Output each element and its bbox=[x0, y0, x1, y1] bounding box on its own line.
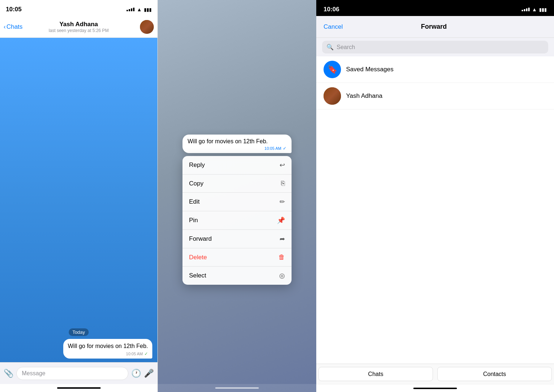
yash-avatar bbox=[324, 87, 341, 105]
edit-icon: ✏ bbox=[280, 198, 285, 206]
status-bar-3: 10:06 ▲ ▮▮▮ bbox=[316, 0, 554, 16]
popup-message-time: 10:05 AM bbox=[265, 146, 281, 151]
context-item-pin[interactable]: Pin 📌 bbox=[182, 211, 292, 230]
message-time-1: 10:05 AM bbox=[126, 352, 143, 356]
context-item-select-label: Select bbox=[189, 272, 206, 279]
popup-message-text: Will go for movies on 12th Feb. bbox=[188, 138, 286, 145]
yash-name: Yash Adhana bbox=[346, 92, 382, 100]
nav-bar-1: ‹ Chats Yash Adhana last seen yesterday … bbox=[0, 16, 157, 38]
context-item-copy[interactable]: Copy ⎘ bbox=[182, 175, 292, 193]
popup-message-meta: 10:05 AM ✓ bbox=[188, 146, 286, 151]
home-indicator-1 bbox=[0, 384, 157, 392]
status-icons-3: ▲ ▮▮▮ bbox=[522, 7, 547, 12]
bookmark-icon: 🔖 bbox=[328, 65, 337, 74]
status-time-1: 10:05 bbox=[6, 6, 21, 13]
context-item-copy-label: Copy bbox=[189, 180, 204, 187]
search-input-container[interactable]: 🔍 Search bbox=[322, 41, 548, 53]
context-item-delete[interactable]: Delete 🗑 bbox=[182, 248, 292, 267]
saved-messages-avatar: 🔖 bbox=[324, 61, 341, 78]
home-bar-1 bbox=[57, 387, 101, 389]
forward-icon: ➦ bbox=[280, 235, 285, 243]
popup-message-bubble: Will go for movies on 12th Feb. 10:05 AM… bbox=[182, 135, 292, 153]
forward-title: Forward bbox=[421, 23, 447, 31]
back-button[interactable]: ‹ Chats bbox=[4, 23, 23, 31]
nav-center: Yash Adhana last seen yesterday at 5:26 … bbox=[49, 21, 109, 33]
pin-icon: 📌 bbox=[277, 216, 285, 224]
yash-avatar-image bbox=[324, 87, 341, 105]
battery-icon-1: ▮▮▮ bbox=[144, 7, 152, 12]
mic-icon[interactable]: 🎤 bbox=[144, 369, 154, 378]
forward-nav: Cancel Forward bbox=[316, 16, 554, 38]
search-bar: 🔍 Search bbox=[316, 38, 554, 56]
home-bar-2 bbox=[215, 387, 259, 389]
status-time-3: 10:06 bbox=[324, 6, 339, 13]
date-badge: Today bbox=[69, 328, 89, 336]
context-item-select[interactable]: Select ◎ bbox=[182, 267, 292, 285]
home-indicator-2 bbox=[158, 384, 316, 392]
context-item-reply-label: Reply bbox=[189, 161, 205, 169]
tab-chats-label: Chats bbox=[368, 371, 384, 377]
contact-name-1: Yash Adhana bbox=[49, 21, 109, 28]
message-text-1: Will go for movies on 12th Feb. bbox=[68, 343, 148, 350]
battery-icon-3: ▮▮▮ bbox=[539, 7, 547, 12]
home-indicator-3 bbox=[316, 384, 554, 392]
message-placeholder: Message bbox=[22, 370, 45, 376]
contact-saved-messages[interactable]: 🔖 Saved Messages bbox=[316, 56, 554, 83]
reply-icon: ↩ bbox=[280, 161, 285, 169]
context-item-edit[interactable]: Edit ✏ bbox=[182, 193, 292, 211]
context-item-forward[interactable]: Forward ➦ bbox=[182, 230, 292, 248]
message-input[interactable]: Message bbox=[16, 367, 128, 380]
context-item-forward-label: Forward bbox=[189, 235, 212, 243]
back-label: Chats bbox=[7, 23, 23, 31]
copy-icon: ⎘ bbox=[281, 180, 285, 187]
message-bubble[interactable]: Will go for movies on 12th Feb. 10:05 AM… bbox=[63, 339, 152, 359]
attachment-icon[interactable]: 📎 bbox=[4, 369, 13, 378]
tab-contacts-label: Contacts bbox=[483, 371, 506, 377]
tab-chats[interactable]: Chats bbox=[318, 367, 433, 381]
contact-yash[interactable]: Yash Adhana bbox=[316, 83, 554, 109]
contact-status-1: last seen yesterday at 5:26 PM bbox=[49, 28, 109, 33]
wifi-icon-1: ▲ bbox=[137, 7, 142, 12]
tab-contacts[interactable]: Contacts bbox=[437, 367, 552, 381]
saved-messages-name: Saved Messages bbox=[346, 66, 393, 73]
context-item-pin-label: Pin bbox=[189, 217, 198, 224]
avatar-image-1 bbox=[140, 20, 154, 34]
context-item-edit-label: Edit bbox=[189, 198, 200, 205]
context-item-reply[interactable]: Reply ↩ bbox=[182, 156, 292, 175]
back-chevron-icon: ‹ bbox=[4, 23, 6, 31]
signal-icon-1 bbox=[127, 8, 135, 11]
status-icons-1: ▲ ▮▮▮ bbox=[127, 7, 152, 12]
context-menu: Reply ↩ Copy ⎘ Edit ✏ Pin 📌 Forward ➦ De… bbox=[182, 156, 292, 285]
message-meta-1: 10:05 AM ✓ bbox=[68, 351, 148, 356]
signal-icon-3 bbox=[522, 8, 530, 11]
search-placeholder: Search bbox=[337, 44, 355, 51]
status-bar-1: 10:05 ▲ ▮▮▮ bbox=[0, 0, 157, 16]
input-bar: 📎 Message 🕐 🎤 bbox=[0, 362, 157, 384]
context-item-delete-label: Delete bbox=[189, 254, 207, 261]
chat-panel: 10:05 ▲ ▮▮▮ ‹ Chats Yash Adhana last see… bbox=[0, 0, 158, 392]
contacts-list: 🔖 Saved Messages Yash Adhana bbox=[316, 56, 554, 364]
popup-checkmark-icon: ✓ bbox=[283, 146, 286, 151]
contact-avatar-1[interactable] bbox=[140, 20, 154, 34]
cancel-button[interactable]: Cancel bbox=[324, 23, 343, 31]
message-popup: Will go for movies on 12th Feb. 10:05 AM… bbox=[182, 135, 292, 285]
select-icon: ◎ bbox=[279, 272, 285, 280]
bottom-tabs: Chats Contacts bbox=[316, 364, 554, 384]
delete-icon: 🗑 bbox=[278, 253, 285, 261]
wifi-icon-3: ▲ bbox=[532, 7, 537, 12]
home-bar-3 bbox=[413, 388, 457, 389]
sticker-icon[interactable]: 🕐 bbox=[131, 369, 141, 378]
checkmark-icon-1: ✓ bbox=[144, 351, 148, 356]
search-icon-3: 🔍 bbox=[326, 44, 334, 51]
forward-panel: 10:06 ▲ ▮▮▮ Cancel Forward 🔍 Search 🔖 bbox=[316, 0, 554, 392]
context-menu-panel: Will go for movies on 12th Feb. 10:05 AM… bbox=[158, 0, 316, 392]
chat-background: Today Will go for movies on 12th Feb. 10… bbox=[0, 38, 157, 362]
